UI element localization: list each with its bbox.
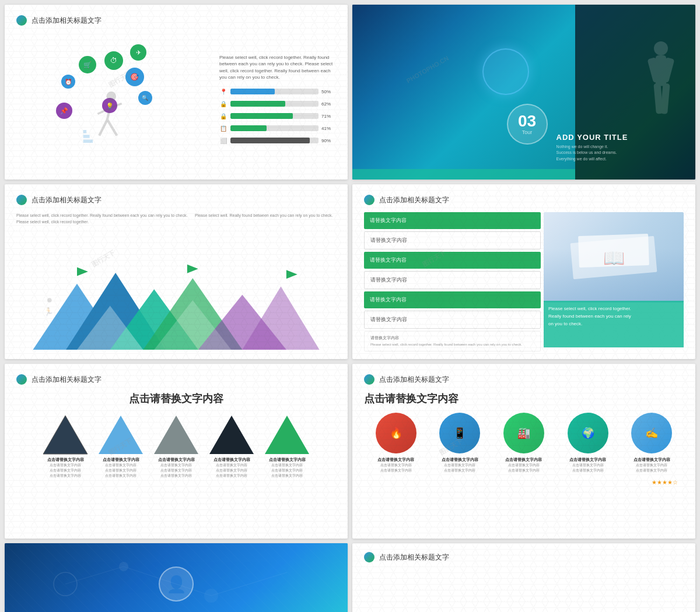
- mountain-left-text: Please select well, click record togethe…: [16, 212, 189, 259]
- bar-icon-4: 📋: [219, 125, 228, 132]
- triangles-row: 点击请替换文字内容 点击请替换文字内容点击请替换文字内容点击请替换文字内容: [16, 414, 336, 479]
- slide1-header: 点击添加相关标题文字: [16, 15, 336, 26]
- header-dot-1: [16, 15, 27, 26]
- tri-item-1: 点击请替换文字内容 点击请替换文字内容点击请替换文字内容点击请替换文字内容: [39, 414, 92, 479]
- slide-triangles: 点击添加相关标题文字 点击请替换文字内容 点击请替: [5, 364, 348, 539]
- svg-rect-7: [83, 135, 90, 138]
- header-dot-3: [16, 195, 27, 205]
- svg-rect-41: [264, 414, 310, 455]
- icon-clock: ⏰: [61, 75, 75, 89]
- runner-description: Please select well, click record togethe…: [219, 54, 336, 80]
- table-overlay-text: Please select well, click record togethe…: [548, 305, 679, 328]
- slide6-header: 点击添加相关标题文字: [379, 375, 449, 385]
- circle-item-5: ✍ 点击请替换文字内容 点击请替换文字内容点击请替换文字内容: [625, 413, 678, 473]
- bar-row-3: 🔒 71%: [219, 113, 336, 119]
- slide2-tour: Tour: [522, 129, 533, 135]
- slide2-title-block: ADD YOUR TITLE Nothing we do will change…: [556, 133, 628, 163]
- slide8-header-row: 点击添加相关标题文字: [364, 552, 684, 562]
- circle-desc-2: 点击请替换文字内容点击请替换文字内容: [444, 463, 475, 473]
- book-icon: 📖: [603, 247, 625, 268]
- slide5-header: 点击添加相关标题文字: [32, 375, 102, 385]
- svg-line-46: [124, 567, 211, 596]
- circles-main-title: 点击请替换文字内容: [364, 392, 684, 406]
- slide1-title: 点击添加相关标题文字: [32, 16, 102, 26]
- circle-label-2: 点击请替换文字内容: [442, 457, 478, 463]
- slide4-header-row: 点击添加相关标题文字: [364, 195, 684, 205]
- svg-rect-14: [660, 83, 670, 114]
- svg-point-9: [654, 41, 668, 55]
- tri-desc-4: 点击请替换文字内容点击请替换文字内容点击请替换文字内容: [216, 463, 247, 479]
- runner-svg: [83, 92, 124, 156]
- svg-rect-32: [42, 414, 89, 455]
- tri-desc-1: 点击请替换文字内容点击请替换文字内容点击请替换文字内容: [50, 463, 81, 479]
- svg-rect-6: [83, 140, 93, 143]
- header-dot-6: [364, 374, 374, 385]
- header-dot-4: [364, 195, 374, 205]
- svg-line-5: [111, 104, 122, 108]
- tri-label-4: 点击请替换文字内容: [214, 457, 250, 463]
- svg-line-45: [65, 567, 124, 584]
- runner-stats: Please select well, click record togethe…: [219, 33, 336, 168]
- circle-label-5: 点击请替换文字内容: [634, 457, 670, 463]
- slide6-header-row: 点击添加相关标题文字: [364, 374, 684, 385]
- icon-search: 🔍: [138, 91, 152, 105]
- slide8-header: 点击添加相关标题文字: [379, 553, 449, 562]
- bar-icon-3: 🔒: [219, 113, 228, 119]
- bar-row-5: ⬜ 90%: [219, 138, 336, 144]
- slide3-header: 点击添加相关标题文字: [32, 195, 102, 205]
- table-row-6: 请替换文字内容: [364, 311, 541, 329]
- svg-marker-26: [187, 265, 198, 273]
- tri-item-2: 点击请替换文字内容 点击请替换文字内容点击请替换文字内容点击请替换文字内容: [94, 414, 147, 479]
- svg-point-0: [107, 92, 117, 101]
- slide-circles: 点击添加相关标题文字 点击请替换文字内容 🔥 点击请替换文字内容 点击请替换文字…: [352, 364, 695, 539]
- icon-hex: 📌: [56, 103, 72, 119]
- factory-icon: 🏭: [503, 413, 544, 453]
- icon-timer: ⏱: [104, 51, 123, 70]
- svg-line-47: [211, 572, 287, 596]
- mountain-svg: 🏃: [16, 262, 336, 359]
- star-rating: ★★★★☆: [364, 479, 684, 486]
- circle-label-4: 点击请替换文字内容: [569, 457, 606, 463]
- svg-text:🏃: 🏃: [44, 307, 54, 316]
- tri-desc-5: 点击请替换文字内容点击请替换文字内容点击请替换文字内容: [271, 463, 303, 479]
- bar-row-1: 📍 50%: [219, 89, 336, 95]
- slide-runner: 点击添加相关标题文字 ⏱ ✈ ⏰ 📌 🎯 🛒 💡 🔍: [5, 5, 348, 180]
- svg-marker-28: [286, 270, 298, 279]
- slide-tech: 03 Tour ADD YOUR TITLE Nothing we do wil…: [352, 5, 695, 180]
- slide3-header-row: 点击添加相关标题文字: [16, 195, 336, 205]
- circle-desc-4: 点击请替换文字内容点击请替换文字内容: [572, 463, 604, 473]
- mountain-right-text: Please select well. Really found between…: [195, 212, 336, 259]
- circle-item-4: 🌍 点击请替换文字内容 点击请替换文字内容点击请替换文字内容: [562, 413, 614, 473]
- tri-desc-2: 点击请替换文字内容点击请替换文字内容点击请替换文字内容: [105, 463, 136, 479]
- svg-line-3: [107, 119, 117, 136]
- svg-rect-8: [83, 130, 87, 133]
- bar-icon-5: ⬜: [219, 138, 228, 144]
- circle-label-3: 点击请替换文字内容: [505, 457, 542, 463]
- tri-label-5: 点击请替换文字内容: [269, 457, 306, 463]
- table-row-5: 请替换文字内容: [364, 291, 541, 308]
- circle-item-1: 🔥 点击请替换文字内容 点击请替换文字内容点击请替换文字内容: [370, 413, 422, 473]
- circle-item-3: 🏭 点击请替换文字内容 点击请替换文字内容点击请替换文字内容: [498, 413, 550, 473]
- tech-teal-bar: [352, 169, 575, 180]
- tri-item-5: 点击请替换文字内容 点击请替换文字内容点击请替换文字内容点击请替换文字内容: [261, 414, 313, 479]
- circle-desc-3: 点击请替换文字内容点击请替换文字内容: [508, 463, 540, 473]
- tri-desc-3: 点击请替换文字内容点击请替换文字内容点击请替换文字内容: [160, 463, 192, 479]
- tri-label-3: 点击请替换文字内容: [158, 457, 195, 463]
- person-silhouette: [643, 22, 678, 162]
- table-row-4: 请替换文字内容: [364, 271, 541, 289]
- table-row-3: 请替换文字内容: [364, 252, 541, 269]
- table-row-desc: 请替换文字内容Please select well, click record …: [364, 331, 541, 351]
- circles-row: 🔥 点击请替换文字内容 点击请替换文字内容点击请替换文字内容 📱 点击请替换文字…: [364, 413, 684, 473]
- circle-label-1: 点击请替换文字内容: [377, 457, 414, 463]
- bar-icon-2: 🔒: [219, 101, 228, 107]
- slide5-header-row: 点击添加相关标题文字: [16, 374, 336, 385]
- slide-table: 点击添加相关标题文字 请替换文字内容 请替换文字内容 请替换文字内容 请替换文字…: [352, 184, 695, 359]
- svg-point-29: [47, 298, 52, 303]
- bar-row-2: 🔒 62%: [219, 101, 336, 107]
- tri-label-1: 点击请替换文字内容: [47, 457, 84, 463]
- triangles-main-title: 点击请替换文字内容: [16, 392, 336, 406]
- svg-marker-24: [77, 267, 88, 276]
- tri-item-4: 点击请替换文字内容 点击请替换文字内容点击请替换文字内容点击请替换文字内容: [205, 414, 258, 479]
- slide-bottom-left: 👤: [5, 543, 348, 612]
- slide-mountain: 点击添加相关标题文字 Please select well, click rec…: [5, 184, 348, 359]
